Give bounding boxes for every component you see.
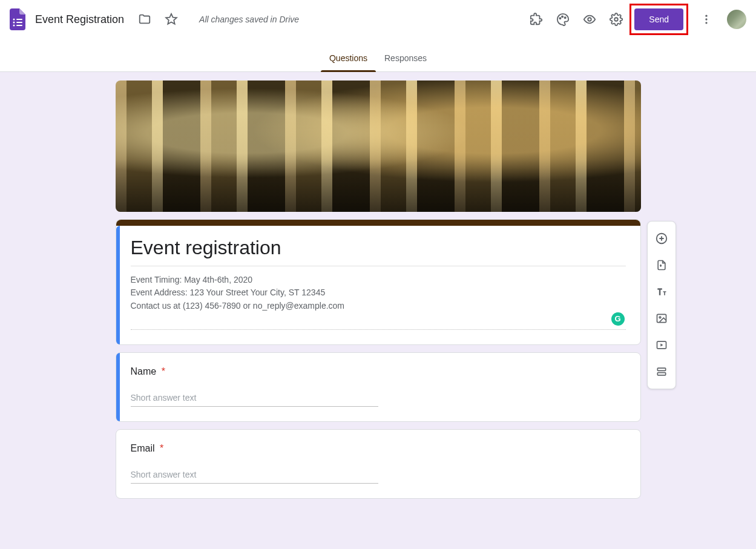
add-question-icon[interactable]: [651, 228, 672, 249]
svg-rect-19: [657, 373, 665, 375]
short-answer-input[interactable]: [131, 390, 378, 407]
form-column: Event registration Event Timing: May 4th…: [116, 81, 641, 499]
svg-point-11: [705, 15, 707, 17]
svg-point-12: [705, 18, 707, 20]
form-title-card[interactable]: Event registration Event Timing: May 4th…: [116, 219, 641, 345]
svg-point-2: [13, 22, 15, 24]
import-questions-icon[interactable]: [651, 254, 672, 276]
settings-icon[interactable]: [604, 7, 628, 31]
form-header-image[interactable]: [116, 81, 641, 212]
more-icon[interactable]: [694, 7, 718, 31]
add-video-icon[interactable]: [651, 334, 672, 356]
tabs-bar: Questions Responses: [0, 39, 756, 72]
form-description-input[interactable]: Event Timing: May 4th-6th, 2020 Event Ad…: [131, 266, 626, 330]
question-label-text: Name: [131, 366, 157, 376]
tab-responses[interactable]: Responses: [376, 53, 435, 71]
addons-icon[interactable]: [524, 7, 548, 31]
doc-title[interactable]: Event Registration: [35, 13, 124, 26]
forms-logo-icon[interactable]: [10, 8, 25, 30]
form-canvas: Event registration Event Timing: May 4th…: [0, 72, 756, 499]
svg-rect-1: [16, 19, 22, 20]
svg-point-4: [13, 25, 15, 27]
grammarly-badge-icon[interactable]: G: [611, 312, 625, 326]
app-header: Event Registration All changes saved in …: [0, 0, 756, 39]
question-label[interactable]: Name *: [131, 366, 626, 377]
theme-icon[interactable]: [551, 7, 575, 31]
star-icon[interactable]: [159, 7, 183, 31]
question-card-email[interactable]: Email *: [116, 429, 641, 499]
move-to-folder-icon[interactable]: [133, 7, 157, 31]
svg-rect-5: [16, 25, 22, 26]
svg-point-8: [565, 17, 566, 18]
svg-point-13: [705, 22, 707, 24]
save-status: All changes saved in Drive: [199, 15, 299, 24]
send-button-highlight: Send: [629, 4, 688, 35]
svg-point-10: [615, 18, 619, 21]
add-section-icon[interactable]: [651, 361, 672, 383]
question-card-name[interactable]: Name *: [116, 352, 641, 422]
svg-rect-3: [16, 22, 22, 23]
svg-point-7: [562, 16, 563, 17]
send-button[interactable]: Send: [634, 8, 683, 30]
form-title-input[interactable]: Event registration: [131, 235, 626, 266]
required-star: *: [162, 366, 165, 376]
account-avatar[interactable]: [727, 10, 746, 29]
svg-point-0: [13, 19, 15, 21]
question-label-text: Email: [131, 443, 155, 453]
svg-rect-18: [657, 368, 665, 370]
short-answer-input[interactable]: [131, 467, 378, 484]
required-star: *: [160, 443, 163, 453]
question-label[interactable]: Email *: [131, 443, 626, 454]
add-image-icon[interactable]: [651, 307, 672, 329]
preview-icon[interactable]: [577, 7, 602, 31]
svg-point-16: [659, 317, 661, 318]
add-title-icon[interactable]: [651, 281, 672, 303]
svg-point-9: [588, 18, 592, 21]
tab-questions[interactable]: Questions: [321, 53, 376, 71]
svg-point-6: [560, 18, 561, 19]
floating-toolbar: [647, 221, 676, 389]
